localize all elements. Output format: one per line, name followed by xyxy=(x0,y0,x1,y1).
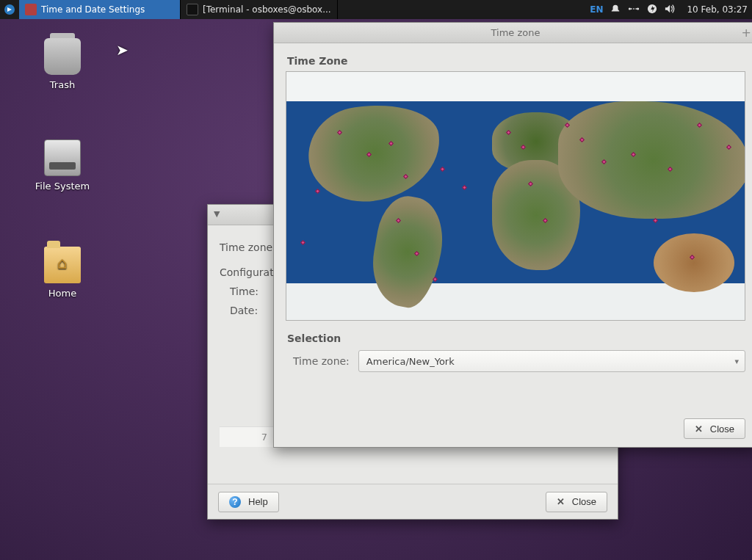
close-button[interactable]: Close xyxy=(684,418,745,439)
terminal-icon xyxy=(187,4,198,15)
timezone-combobox[interactable]: America/New_York xyxy=(358,350,745,372)
volume-icon[interactable] xyxy=(665,4,676,16)
notifications-icon[interactable] xyxy=(610,4,621,16)
window-maximize-icon[interactable]: + xyxy=(742,26,751,40)
trash-icon xyxy=(44,38,81,75)
help-button[interactable]: ? Help xyxy=(218,492,279,512)
svg-point-2 xyxy=(637,7,639,10)
help-icon: ? xyxy=(229,496,241,508)
city-marker[interactable] xyxy=(653,218,658,223)
calendar-day[interactable]: 7 xyxy=(261,432,267,443)
desktop-icon-filesystem[interactable]: File System xyxy=(26,139,99,192)
window-menu-icon[interactable]: ▼ xyxy=(214,209,220,219)
city-marker[interactable] xyxy=(462,185,467,190)
clock[interactable]: 10 Feb, 03:27 xyxy=(682,4,752,15)
button-label: Close xyxy=(572,496,596,507)
dialog-button-bar: Close xyxy=(274,410,752,447)
button-label: Close xyxy=(710,423,734,434)
city-marker[interactable] xyxy=(440,167,445,172)
system-tray: EN xyxy=(584,4,682,16)
city-marker[interactable] xyxy=(315,189,320,194)
close-icon xyxy=(695,423,706,434)
map-arctic xyxy=(286,72,745,101)
close-button[interactable]: Close xyxy=(546,492,607,512)
world-map[interactable] xyxy=(286,71,745,321)
window-title: Time zone xyxy=(491,27,540,38)
timezone-field-label: Time zone: xyxy=(293,355,350,367)
svg-point-1 xyxy=(629,7,631,10)
taskbar: Time and Date Settings [Terminal - osbox… xyxy=(0,0,752,19)
selection-section-heading: Selection xyxy=(287,332,745,344)
city-marker[interactable] xyxy=(300,240,306,245)
calendar-icon xyxy=(25,4,37,15)
task-label: [Terminal - osboxes@osbox... xyxy=(203,4,331,15)
timezone-selected-value: America/New_York xyxy=(366,356,455,367)
close-icon xyxy=(557,496,568,507)
drive-icon xyxy=(44,139,81,176)
desktop-icon-label: Home xyxy=(26,288,99,299)
map-australia xyxy=(654,233,734,292)
desktop-icon-label: File System xyxy=(26,181,99,192)
task-terminal[interactable]: [Terminal - osboxes@osbox... xyxy=(181,0,338,19)
titlebar[interactable]: Time zone + xyxy=(274,23,752,43)
window-timezone[interactable]: Time zone + Time Zone xyxy=(273,22,752,448)
timezone-select-row: Time zone: America/New_York xyxy=(293,350,745,372)
map-section-heading: Time Zone xyxy=(287,55,745,67)
timezone-body: Time Zone xyxy=(274,43,752,372)
map-asia xyxy=(558,101,745,219)
desktop-icon-home[interactable]: Home xyxy=(26,247,99,299)
task-time-date-settings[interactable]: Time and Date Settings xyxy=(19,0,181,19)
desktop-icon-trash[interactable]: Trash xyxy=(26,38,99,90)
task-label: Time and Date Settings xyxy=(41,4,145,15)
city-marker[interactable] xyxy=(433,277,438,282)
mouse-cursor: ➤ xyxy=(116,41,129,59)
folder-home-icon xyxy=(44,247,81,283)
app-menu-button[interactable] xyxy=(0,0,19,19)
desktop-icon-label: Trash xyxy=(26,79,99,90)
network-icon[interactable] xyxy=(628,4,640,16)
power-icon[interactable] xyxy=(647,4,657,16)
keyboard-layout-indicator[interactable]: EN xyxy=(590,4,603,15)
map-north-america xyxy=(303,96,446,209)
button-label: Help xyxy=(248,496,268,507)
dialog-button-bar: ? Help Close xyxy=(208,484,618,519)
